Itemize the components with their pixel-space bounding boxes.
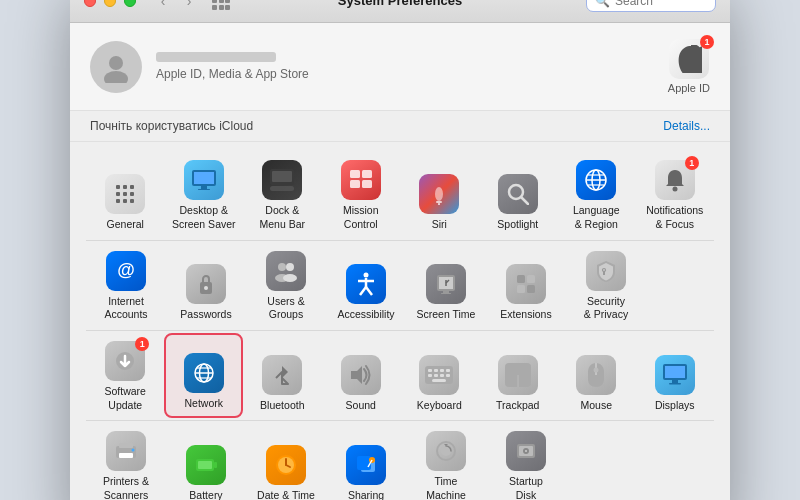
svg-rect-72 <box>432 379 446 382</box>
user-section[interactable]: Apple ID, Media & App Store 1 Apple ID <box>70 23 730 111</box>
pref-language[interactable]: Language& Region <box>557 152 636 237</box>
bluetooth-label: Bluetooth <box>260 399 304 413</box>
svg-rect-16 <box>272 171 292 182</box>
pref-spotlight[interactable]: Spotlight <box>479 152 558 237</box>
pref-bluetooth[interactable]: Bluetooth <box>243 333 321 418</box>
svg-point-36 <box>286 263 294 271</box>
accessibility-label: Accessibility <box>337 308 394 322</box>
apple-id-section[interactable]: 1 Apple ID <box>668 39 710 94</box>
svg-rect-50 <box>517 275 525 283</box>
search-icon: 🔍 <box>595 0 610 8</box>
search-box[interactable]: 🔍 <box>586 0 716 12</box>
pref-security[interactable]: Security& Privacy <box>566 243 646 328</box>
svg-rect-67 <box>446 369 450 372</box>
extensions-icon <box>506 264 546 304</box>
svg-rect-3 <box>123 185 127 189</box>
pref-accessibility[interactable]: Accessibility <box>326 243 406 328</box>
pref-date-time[interactable]: Date & Time <box>246 423 326 500</box>
svg-rect-70 <box>440 374 444 377</box>
svg-rect-13 <box>201 186 207 189</box>
svg-rect-10 <box>130 199 134 203</box>
pref-passwords[interactable]: Passwords <box>166 243 246 328</box>
notifications-badge: 1 <box>685 156 699 170</box>
pref-dock[interactable]: Dock &Menu Bar <box>243 152 322 237</box>
pref-general[interactable]: General <box>86 152 165 237</box>
svg-rect-4 <box>130 185 134 189</box>
pref-notifications[interactable]: 1 Notifications& Focus <box>636 152 715 237</box>
apple-logo-icon <box>676 45 702 73</box>
prefs-row-2: @ InternetAccounts Passwords Users &Grou… <box>86 243 714 328</box>
grid-view-icon[interactable] <box>212 0 230 10</box>
svg-rect-18 <box>350 170 360 178</box>
svg-rect-66 <box>440 369 444 372</box>
pref-mouse[interactable]: Mouse <box>557 333 635 418</box>
pref-startup-disk[interactable]: StartupDisk <box>486 423 566 500</box>
svg-rect-53 <box>527 285 535 293</box>
close-button[interactable] <box>84 0 96 7</box>
window-title: System Preferences <box>338 0 462 8</box>
mission-icon <box>341 160 381 200</box>
pref-printers[interactable]: Printers &Scanners <box>86 423 166 500</box>
svg-rect-2 <box>116 185 120 189</box>
displays-label: Displays <box>655 399 695 413</box>
software-update-badge: 1 <box>135 337 149 351</box>
screen-time-icon <box>426 264 466 304</box>
pref-keyboard[interactable]: Keyboard <box>400 333 478 418</box>
svg-rect-78 <box>665 366 685 378</box>
dock-label: Dock &Menu Bar <box>259 204 305 231</box>
security-icon <box>586 251 626 291</box>
forward-button[interactable]: › <box>178 0 200 12</box>
pref-siri[interactable]: Siri <box>400 152 479 237</box>
svg-rect-64 <box>428 369 432 372</box>
pref-software-update[interactable]: 1 SoftwareUpdate <box>86 333 164 418</box>
pref-network[interactable]: Network <box>164 333 243 418</box>
printers-label: Printers &Scanners <box>103 475 149 500</box>
svg-point-0 <box>109 56 123 70</box>
sound-label: Sound <box>346 399 376 413</box>
spotlight-icon <box>498 174 538 214</box>
pref-desktop[interactable]: Desktop &Screen Saver <box>165 152 244 237</box>
network-icon <box>184 353 224 393</box>
content-area: Apple ID, Media & App Store 1 Apple ID П… <box>70 23 730 500</box>
search-input[interactable] <box>615 0 705 8</box>
pref-mission[interactable]: MissionControl <box>322 152 401 237</box>
avatar <box>90 41 142 93</box>
pref-screen-time[interactable]: Screen Time <box>406 243 486 328</box>
desktop-icon <box>184 160 224 200</box>
pref-time-machine[interactable]: TimeMachine <box>406 423 486 500</box>
svg-rect-20 <box>350 180 360 188</box>
svg-rect-52 <box>517 285 525 293</box>
mission-label: MissionControl <box>343 204 379 231</box>
network-label: Network <box>185 397 224 411</box>
pref-displays[interactable]: Displays <box>635 333 713 418</box>
icloud-bar: Почніть користуватись iCloud Details... <box>70 111 730 142</box>
general-icon <box>105 174 145 214</box>
dock-icon <box>262 160 302 200</box>
svg-rect-51 <box>527 275 535 283</box>
svg-rect-83 <box>119 453 133 458</box>
keyboard-icon <box>419 355 459 395</box>
back-button[interactable]: ‹ <box>152 0 174 12</box>
pref-users-groups[interactable]: Users &Groups <box>246 243 326 328</box>
maximize-button[interactable] <box>124 0 136 7</box>
icloud-details-link[interactable]: Details... <box>663 119 710 133</box>
pref-internet-accounts[interactable]: @ InternetAccounts <box>86 243 166 328</box>
svg-point-39 <box>364 273 369 278</box>
language-icon <box>576 160 616 200</box>
displays-icon <box>655 355 695 395</box>
pref-battery[interactable]: Battery <box>166 423 246 500</box>
pref-sound[interactable]: Sound <box>322 333 400 418</box>
svg-rect-68 <box>428 374 432 377</box>
pref-trackpad[interactable]: Trackpad <box>479 333 557 418</box>
svg-point-102 <box>525 450 527 452</box>
prefs-row-4: Printers &Scanners Battery Date & Time <box>86 423 714 500</box>
passwords-icon <box>186 264 226 304</box>
svg-point-84 <box>132 449 135 452</box>
pref-extensions[interactable]: Extensions <box>486 243 566 328</box>
users-groups-label: Users &Groups <box>267 295 304 322</box>
nav-buttons: ‹ › <box>152 0 200 12</box>
pref-sharing[interactable]: Sharing <box>326 423 406 500</box>
minimize-button[interactable] <box>104 0 116 7</box>
svg-point-1 <box>104 71 128 83</box>
svg-rect-6 <box>123 192 127 196</box>
